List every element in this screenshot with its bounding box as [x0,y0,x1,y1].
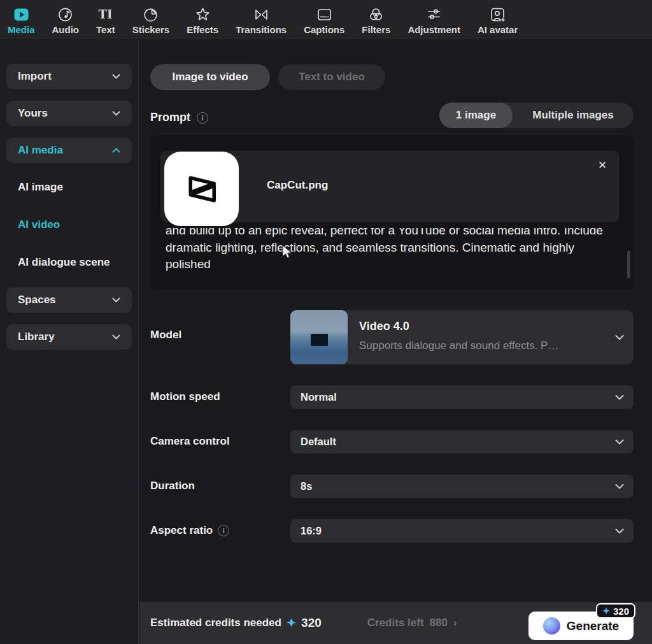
sidebar-item-ai-dialogue-scene[interactable]: AI dialogue scene [6,250,132,275]
sidebar-item-import[interactable]: Import [6,64,132,89]
mouse-cursor [280,244,294,259]
credit-sparkle-icon: ✦ [602,606,610,616]
captions-icon [316,6,333,23]
motion-speed-label: Motion speed [150,390,220,403]
toolbar-item-media[interactable]: Media [8,6,35,35]
motion-speed-value: Normal [301,391,337,403]
estimated-credits: Estimated credits needed ✦ 320 [150,616,322,630]
sidebar-item-yours[interactable]: Yours [6,101,132,126]
prompt-text: and build up to an epic reveal, perfect … [166,228,611,273]
estimated-credits-label: Estimated credits needed [150,617,281,629]
toolbar-item-stickers[interactable]: Stickers [132,6,169,35]
credit-sparkle-icon: ✦ [287,616,296,630]
toolbar-item-audio[interactable]: Audio [52,6,80,35]
credits-left-link[interactable]: Credits left 880 › [367,617,457,629]
aspect-ratio-dropdown[interactable]: 16:9 [290,519,634,543]
media-icon [13,6,30,23]
adjustment-icon [425,6,443,23]
sidebar-item-ai-media[interactable]: AI media [6,138,132,163]
effects-icon [194,6,211,23]
capcut-logo-icon [178,166,225,213]
model-name: Video 4.0 [359,320,409,333]
duration-dropdown[interactable]: 8s [290,475,634,498]
sidebar: Import Yours AI media AI image AI video … [0,41,139,644]
toolbar-item-transitions[interactable]: Transitions [236,6,287,35]
chevron-down-icon [615,483,624,489]
sidebar-item-ai-image[interactable]: AI image [6,175,132,200]
toolbar-item-filters[interactable]: Filters [362,6,390,35]
toolbar-item-label: Effects [187,24,218,35]
toolbar-item-label: Audio [52,24,80,35]
toolbar-item-label: Stickers [132,24,169,35]
tab-image-to-video[interactable]: Image to video [150,64,270,90]
toolbar-item-label: AI avatar [478,24,518,35]
sidebar-item-library[interactable]: Library [6,324,132,350]
sidebar-item-label: Library [18,331,55,343]
chevron-down-icon [615,528,624,534]
toolbar-item-ai-avatar[interactable]: AI avatar [478,6,518,35]
ai-video-panel: Image to video Text to video Prompt i 1 … [139,41,652,602]
tab-label: Image to video [172,71,248,83]
toggle-option-1-image[interactable]: 1 image [439,103,513,128]
sidebar-item-label: AI dialogue scene [18,256,110,269]
tab-label: Text to video [299,71,365,83]
toolbar-item-captions[interactable]: Captions [304,6,344,35]
camera-control-dropdown[interactable]: Default [290,430,634,454]
model-description: Supports dialogue and sound effects. P… [359,340,558,352]
sidebar-item-label: AI media [18,144,63,157]
aspect-ratio-label: Aspect ratio i [150,524,229,537]
info-icon[interactable]: i [197,112,208,124]
model-label: Model [150,329,181,341]
toggle-option-label: 1 image [456,109,496,122]
chevron-down-icon [615,394,624,400]
filters-icon [367,6,385,23]
chevron-down-icon [112,111,120,116]
toolbar-item-effects[interactable]: Effects [187,6,218,35]
sidebar-item-label: AI video [18,218,60,231]
close-icon[interactable]: ✕ [595,159,609,173]
sidebar-item-label: Yours [18,107,48,120]
credits-left-value: 880 [430,617,448,629]
prompt-text-area[interactable]: and build up to an epic reveal, perfect … [166,228,611,285]
info-icon[interactable]: i [218,525,229,536]
camera-control-label: Camera control [150,435,230,448]
toolbar-item-label: Media [8,24,35,35]
toolbar-item-label: Filters [362,24,390,35]
toolbar-item-label: Text [96,24,115,35]
ai-avatar-icon [489,6,506,23]
toggle-option-label: Multiple images [532,109,614,122]
chevron-down-icon [112,334,120,340]
prompt-scrollbar[interactable] [627,250,630,278]
toolbar-item-adjustment[interactable]: Adjustment [408,6,460,35]
footer-bar: Estimated credits needed ✦ 320 Credits l… [139,602,652,644]
stickers-icon [142,6,159,23]
generate-area: Generate ✦ 320 [528,612,634,640]
generate-cost-badge: ✦ 320 [596,603,635,619]
aspect-ratio-value: 16:9 [301,525,322,537]
chevron-down-icon [112,297,120,303]
tab-text-to-video[interactable]: Text to video [278,64,385,90]
chevron-down-icon [615,334,624,340]
audio-icon [57,6,74,23]
prompt-label: Prompt [150,111,190,124]
attachment-filename: CapCut.png [267,179,328,192]
ai-orb-icon [543,617,560,634]
motion-speed-dropdown[interactable]: Normal [290,385,634,409]
generate-cost-value: 320 [613,606,629,617]
sidebar-item-spaces[interactable]: Spaces [6,287,132,313]
text-icon: TI [97,6,114,23]
chevron-down-icon [615,439,624,445]
sidebar-item-ai-video[interactable]: AI video [6,212,132,238]
toolbar-item-label: Captions [304,24,344,35]
chevron-up-icon [112,148,120,153]
svg-text:TI: TI [99,8,113,21]
camera-control-value: Default [301,436,336,448]
toolbar-item-text[interactable]: TI Text [96,6,115,35]
credits-left-label: Credits left [367,617,424,629]
prompt-editor[interactable]: CapCut.png ✕ and build up to an epic rev… [150,135,634,290]
top-toolbar: Media Audio TI Text Stickers Effects [0,0,652,40]
sidebar-item-label: Import [18,70,52,83]
transitions-icon [253,6,270,23]
model-dropdown[interactable]: Video 4.0 Supports dialogue and sound ef… [290,310,634,364]
toggle-option-multiple-images[interactable]: Multiple images [513,103,634,128]
